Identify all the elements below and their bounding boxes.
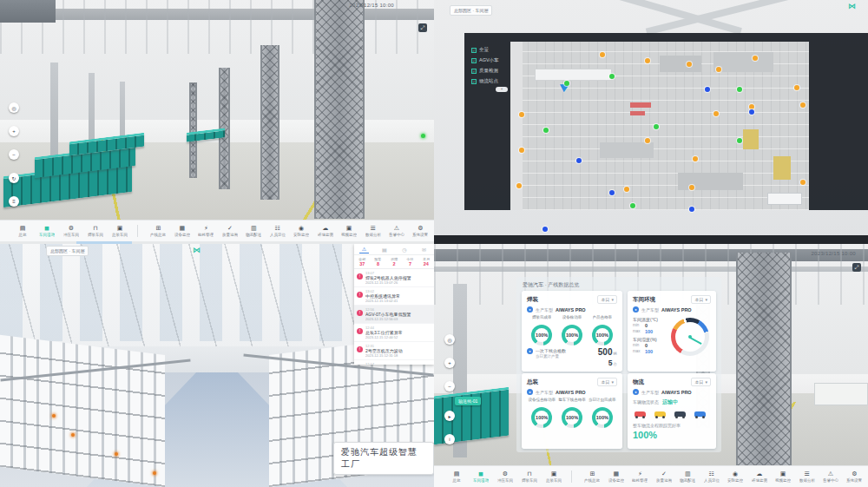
toolbar-item-security[interactable]: ◉安防监控 bbox=[291, 225, 312, 237]
map-marker-orange[interactable] bbox=[794, 85, 799, 90]
alarm-list-item[interactable]: !13:02中控系统通讯异常2023-12-15 13:02:41 bbox=[354, 287, 434, 306]
locate-button[interactable]: ◎ bbox=[444, 334, 455, 345]
alarm-list-item[interactable]: !12:312号空压机压力波动2023-12-15 12:31:18 bbox=[354, 342, 434, 360]
assembly-dropdown[interactable]: 本日▾ bbox=[597, 378, 617, 386]
map-marker-blue[interactable] bbox=[609, 190, 615, 195]
toolbar-item-line-overview[interactable]: ⊞产线总览 bbox=[148, 225, 168, 237]
map-marker-orange[interactable] bbox=[800, 180, 806, 185]
toolbar-item-quality[interactable]: ✓质量追溯 bbox=[654, 471, 674, 483]
fullscreen-icon[interactable]: ⤢ bbox=[852, 263, 861, 272]
factory-floorplan[interactable]: ▶ bbox=[510, 42, 809, 210]
toolbar-item-label: 告警中心 bbox=[823, 477, 838, 482]
map-marker-green[interactable] bbox=[543, 128, 549, 133]
layer-toggle[interactable]: ✓全景 bbox=[471, 47, 499, 53]
toolbar-item-personnel[interactable]: ☷人员定位 bbox=[267, 225, 288, 237]
toolbar-item-stamping-shop[interactable]: ⚙冲压车间 bbox=[61, 225, 82, 237]
minimap[interactable] bbox=[767, 193, 802, 205]
layer-toggle[interactable]: ✓AGV小车 bbox=[471, 57, 499, 63]
alarm-tab-3[interactable]: ✉ bbox=[419, 246, 429, 253]
layers-button[interactable]: ≡ bbox=[9, 196, 19, 207]
toolbar-item-equipment-monitor[interactable]: ▦设备监控 bbox=[172, 225, 193, 237]
map-marker-green[interactable] bbox=[737, 87, 742, 92]
toolbar-item-assembly-shop[interactable]: ▣总装车间 bbox=[543, 471, 564, 483]
map-marker-blue[interactable] bbox=[705, 87, 710, 92]
zoom-in-button[interactable]: + bbox=[444, 358, 455, 368]
map-marker-blue[interactable] bbox=[542, 227, 548, 232]
toolbar-item-alerts[interactable]: ⚠告警中心 bbox=[386, 225, 407, 237]
map-marker-orange[interactable] bbox=[800, 102, 806, 108]
zoom-out-button[interactable]: − bbox=[444, 381, 455, 392]
toolbar-item-energy[interactable]: ⚡能耗管理 bbox=[195, 225, 216, 237]
map-marker-green[interactable] bbox=[630, 203, 635, 208]
toolbar-item-workshop-roam[interactable]: ◼车间漫游 bbox=[36, 225, 57, 237]
map-marker-orange[interactable] bbox=[689, 185, 694, 190]
alarm-tab-0[interactable]: ⚠ bbox=[359, 245, 369, 253]
device-play-button[interactable]: ▸ bbox=[444, 411, 455, 421]
toolbar-item-energy[interactable]: ⚡能耗管理 bbox=[629, 471, 650, 483]
toolbar-item-overview[interactable]: ▤总览 bbox=[12, 225, 33, 237]
map-marker-orange[interactable] bbox=[749, 104, 754, 109]
toolbar-item-security[interactable]: ◉安防监控 bbox=[725, 471, 746, 483]
alarm-tab-1[interactable]: ▤ bbox=[379, 246, 390, 253]
logistics-dropdown[interactable]: 本日▾ bbox=[691, 378, 711, 386]
toolbar-item-logistics[interactable]: ▥物流配送 bbox=[243, 225, 264, 237]
toolbar-item-personnel[interactable]: ☷人员定位 bbox=[701, 471, 722, 483]
toolbar-item-video[interactable]: ▣视频监控 bbox=[339, 225, 359, 237]
map-marker-orange[interactable] bbox=[687, 62, 692, 67]
toolbar-item-environment[interactable]: ☁环境监测 bbox=[315, 225, 336, 237]
weld-dropdown[interactable]: 本日▾ bbox=[597, 295, 617, 304]
toolbar-item-overview[interactable]: ▤总览 bbox=[446, 471, 467, 483]
alarm-tab-2[interactable]: ◷ bbox=[399, 246, 409, 253]
map-marker-orange[interactable] bbox=[600, 52, 605, 57]
map-marker-blue[interactable] bbox=[749, 109, 754, 115]
zoom-in-button[interactable]: + bbox=[9, 126, 19, 136]
reset-view-button[interactable]: ↻ bbox=[9, 173, 19, 183]
alarm-list-item[interactable]: !12:56AGV-07小车电量低预警2023-12-15 12:56:03 bbox=[354, 306, 434, 324]
map-marker-orange[interactable] bbox=[645, 138, 650, 143]
map-marker-green[interactable] bbox=[609, 74, 615, 79]
map-marker-blue[interactable] bbox=[576, 158, 582, 163]
toolbar-item-workshop-roam[interactable]: ◼车间漫游 bbox=[470, 471, 491, 483]
locate-button[interactable]: ◎ bbox=[9, 102, 19, 113]
toolbar-item-analytics[interactable]: ☰数据分析 bbox=[363, 225, 384, 237]
map-marker-orange[interactable] bbox=[519, 112, 524, 117]
toolbar-item-environment[interactable]: ☁环境监测 bbox=[749, 471, 770, 483]
map-marker-orange[interactable] bbox=[624, 187, 629, 192]
layer-toggle[interactable]: ✓质量检测 bbox=[471, 68, 499, 74]
map-marker-orange[interactable] bbox=[716, 67, 721, 72]
map-marker-orange[interactable] bbox=[713, 111, 719, 116]
toolbar-item-logistics[interactable]: ▥物流配送 bbox=[677, 471, 698, 483]
fullscreen-icon[interactable]: ⤢ bbox=[418, 23, 427, 32]
zoom-out-button[interactable]: − bbox=[9, 149, 19, 160]
alarm-list-item[interactable]: !12:17涂装烘房温度偏高2023-12-15 12:17:45 bbox=[354, 360, 434, 365]
map-marker-orange[interactable] bbox=[693, 156, 698, 161]
alarm-list-item[interactable]: !12:44总装3工位拧紧异常2023-12-15 12:44:52 bbox=[354, 324, 434, 342]
device-tag-button[interactable]: 输送线-01 bbox=[455, 397, 481, 405]
toolbar-item-quality[interactable]: ✓质量追溯 bbox=[220, 225, 240, 237]
toolbar-item-alerts[interactable]: ⚠告警中心 bbox=[820, 471, 841, 483]
map-marker-blue[interactable] bbox=[689, 207, 694, 212]
toolbar-item-welding-shop[interactable]: ⊓焊装车间 bbox=[519, 471, 540, 483]
toolbar-item-assembly-shop[interactable]: ▣总装车间 bbox=[109, 225, 130, 237]
collapse-button[interactable]: « bbox=[496, 87, 508, 92]
alarm-list-item[interactable]: !13:07焊装2号机器人急停报警2023-12-15 13:07:26 bbox=[354, 269, 434, 287]
scene-poi-marker[interactable] bbox=[421, 134, 425, 138]
toolbar-item-settings[interactable]: ⚙系统设置 bbox=[410, 225, 431, 237]
map-marker-orange[interactable] bbox=[519, 148, 524, 153]
device-info-button[interactable]: i bbox=[444, 434, 455, 444]
layer-toggle[interactable]: ✓物流站点 bbox=[471, 78, 499, 84]
toolbar-item-stamping-shop[interactable]: ⚙冲压车间 bbox=[495, 471, 516, 483]
map-marker-orange[interactable] bbox=[645, 58, 650, 63]
map-marker-green[interactable] bbox=[564, 81, 569, 86]
toolbar-item-video[interactable]: ▣视频监控 bbox=[773, 471, 793, 483]
toolbar-item-welding-shop[interactable]: ⊓焊装车间 bbox=[85, 225, 106, 237]
map-marker-green[interactable] bbox=[654, 124, 659, 129]
env-dropdown[interactable]: 本日▾ bbox=[691, 295, 711, 304]
toolbar-item-line-overview[interactable]: ⊞产线总览 bbox=[582, 471, 602, 483]
map-marker-orange[interactable] bbox=[753, 56, 758, 61]
toolbar-item-analytics[interactable]: ☰数据分析 bbox=[797, 471, 818, 483]
toolbar-item-equipment-monitor[interactable]: ▦设备监控 bbox=[606, 471, 627, 483]
map-marker-green[interactable] bbox=[737, 138, 742, 143]
toolbar-item-settings[interactable]: ⚙系统设置 bbox=[844, 471, 865, 483]
map-marker-orange[interactable] bbox=[516, 183, 522, 188]
